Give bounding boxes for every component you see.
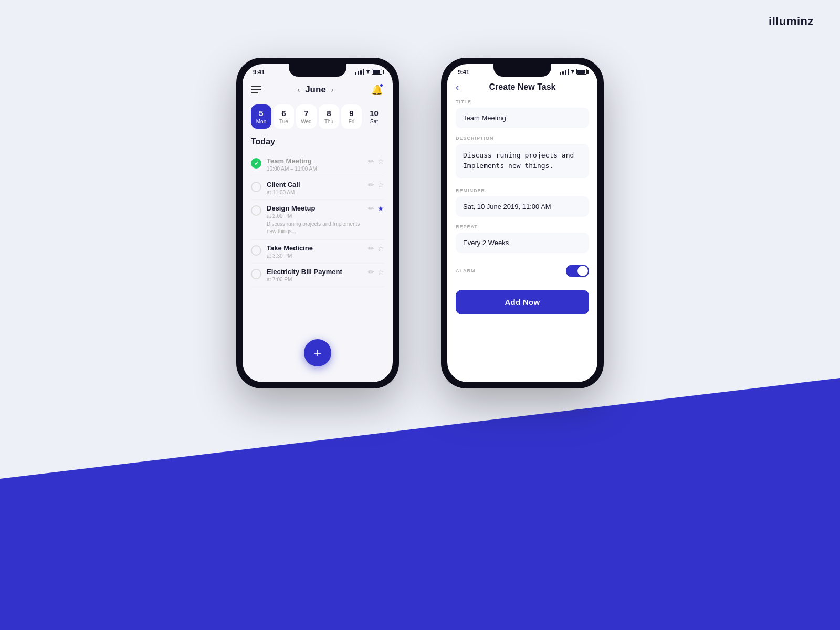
form-group-reminder: REMINDER bbox=[456, 188, 589, 217]
reminder-input[interactable] bbox=[456, 196, 589, 217]
signal-icon bbox=[355, 69, 364, 75]
phone1-header: ‹ June › 🔔 bbox=[251, 77, 384, 104]
phone-task-list: 9:41 ▾ bbox=[236, 58, 399, 388]
task-item-4: Take Medicine at 3:30 PM ✏ ☆ bbox=[251, 240, 384, 264]
page-title: Create New Task bbox=[489, 82, 556, 92]
task-time-3: at 2:00 PM bbox=[267, 213, 363, 219]
reminder-label: REMINDER bbox=[456, 188, 589, 193]
form-group-title: TITLE bbox=[456, 99, 589, 128]
alarm-row: ALARM bbox=[456, 260, 589, 281]
day-num-7: 7 bbox=[304, 109, 308, 118]
phone2-content: ‹ Create New Task TITLE DESCRIPTION Disc… bbox=[447, 77, 597, 314]
description-label: DESCRIPTION bbox=[456, 135, 589, 141]
alarm-toggle[interactable] bbox=[566, 265, 589, 277]
task-title-2: Client Call bbox=[267, 181, 363, 188]
brand-logo: illuminz bbox=[769, 15, 814, 28]
month-nav: ‹ June › bbox=[297, 85, 333, 95]
form-group-repeat: REPEAT bbox=[456, 224, 589, 253]
alarm-label: ALARM bbox=[456, 268, 476, 274]
day-label-tue: Tue bbox=[279, 119, 288, 124]
phone2-time: 9:41 bbox=[458, 69, 469, 75]
notification-bell[interactable]: 🔔 bbox=[370, 82, 384, 97]
battery-fill bbox=[373, 70, 380, 74]
phone1-time: 9:41 bbox=[253, 69, 265, 75]
phone2-header: ‹ Create New Task bbox=[456, 77, 589, 99]
today-heading: Today bbox=[251, 137, 384, 146]
calendar-day-6[interactable]: 6 Tue bbox=[274, 104, 294, 129]
phone2-status-icons: ▾ bbox=[560, 68, 587, 75]
add-task-fab[interactable]: + bbox=[304, 339, 331, 366]
next-month-arrow[interactable]: › bbox=[331, 86, 334, 94]
calendar-row: 5 Mon 6 Tue 7 Wed 8 Thu bbox=[251, 104, 384, 129]
task-info-3: Design Meetup at 2:00 PM Discuss runing … bbox=[267, 204, 363, 235]
battery-fill-2 bbox=[578, 70, 585, 74]
edit-icon-1[interactable]: ✏ bbox=[368, 157, 374, 165]
day-num-10: 10 bbox=[370, 109, 379, 118]
battery-icon-2 bbox=[576, 69, 587, 75]
task-check-2[interactable] bbox=[251, 182, 261, 192]
task-info-2: Client Call at 11:00 AM bbox=[267, 181, 363, 195]
star-icon-5[interactable]: ☆ bbox=[377, 268, 384, 276]
prev-month-arrow[interactable]: ‹ bbox=[297, 86, 300, 94]
task-time-5: at 7:00 PM bbox=[267, 277, 363, 282]
day-label-mon: Mon bbox=[256, 119, 266, 124]
task-actions-5: ✏ ☆ bbox=[368, 268, 384, 276]
task-item-5: Electricity Bill Payment at 7:00 PM ✏ ☆ bbox=[251, 264, 384, 287]
add-now-button[interactable]: Add Now bbox=[456, 290, 589, 314]
task-check-4[interactable] bbox=[251, 245, 261, 256]
edit-icon-5[interactable]: ✏ bbox=[368, 268, 374, 276]
bar3-p2 bbox=[565, 70, 566, 75]
task-check-5[interactable] bbox=[251, 269, 261, 279]
form-group-description: DESCRIPTION Discuss runing projects and … bbox=[456, 135, 589, 181]
title-input[interactable] bbox=[456, 108, 589, 128]
task-item-2: Client Call at 11:00 AM ✏ ☆ bbox=[251, 176, 384, 200]
task-info-1: Team Meeting 10:00 AM – 11:00 AM bbox=[267, 157, 363, 172]
day-num-6: 6 bbox=[281, 109, 286, 118]
phone-create-task: 9:41 ▾ ‹ Cre bbox=[441, 58, 604, 388]
day-label-fri: Fri bbox=[349, 119, 355, 124]
phone1-status-icons: ▾ bbox=[355, 68, 382, 75]
phone1-content: ‹ June › 🔔 5 Mon 6 bbox=[243, 77, 393, 287]
phones-container: 9:41 ▾ bbox=[236, 58, 604, 388]
edit-icon-4[interactable]: ✏ bbox=[368, 244, 374, 253]
edit-icon-2[interactable]: ✏ bbox=[368, 181, 374, 189]
back-button[interactable]: ‹ bbox=[456, 82, 459, 93]
task-actions-2: ✏ ☆ bbox=[368, 181, 384, 189]
task-title-1: Team Meeting bbox=[267, 157, 363, 165]
task-title-3: Design Meetup bbox=[267, 204, 363, 212]
task-actions-3: ✏ ★ bbox=[368, 204, 384, 213]
phone2-notch bbox=[494, 64, 551, 77]
star-icon-4[interactable]: ☆ bbox=[377, 244, 384, 253]
calendar-day-10[interactable]: 10 Sat bbox=[364, 104, 384, 129]
task-time-4: at 3:30 PM bbox=[267, 253, 363, 259]
toggle-knob bbox=[578, 266, 588, 276]
edit-icon-3[interactable]: ✏ bbox=[368, 204, 374, 213]
task-item-3: Design Meetup at 2:00 PM Discuss runing … bbox=[251, 200, 384, 240]
task-check-3[interactable] bbox=[251, 205, 261, 216]
calendar-day-9[interactable]: 9 Fri bbox=[341, 104, 362, 129]
repeat-label: REPEAT bbox=[456, 224, 589, 229]
bar3 bbox=[360, 70, 362, 75]
background-blue bbox=[0, 378, 840, 630]
bar4 bbox=[363, 69, 364, 75]
calendar-day-5[interactable]: 5 Mon bbox=[251, 104, 271, 129]
hamburger-menu[interactable] bbox=[251, 86, 261, 93]
calendar-day-7[interactable]: 7 Wed bbox=[296, 104, 317, 129]
task-time-2: at 11:00 AM bbox=[267, 190, 363, 195]
month-name: June bbox=[305, 85, 326, 95]
description-input[interactable]: Discuss runing projects and Implements n… bbox=[456, 144, 589, 178]
calendar-day-8[interactable]: 8 Thu bbox=[319, 104, 339, 129]
task-title-5: Electricity Bill Payment bbox=[267, 268, 363, 276]
task-info-4: Take Medicine at 3:30 PM bbox=[267, 244, 363, 259]
star-icon-3[interactable]: ★ bbox=[377, 204, 384, 213]
bar2 bbox=[358, 71, 359, 75]
task-check-1[interactable] bbox=[251, 158, 261, 169]
phone1-screen: 9:41 ▾ bbox=[243, 64, 393, 382]
signal-icon-2 bbox=[560, 69, 569, 75]
bar1 bbox=[355, 72, 356, 75]
repeat-input[interactable] bbox=[456, 233, 589, 253]
bar1-p2 bbox=[560, 72, 561, 75]
hamburger-line3 bbox=[251, 92, 258, 93]
star-icon-1[interactable]: ☆ bbox=[377, 157, 384, 165]
star-icon-2[interactable]: ☆ bbox=[377, 181, 384, 189]
